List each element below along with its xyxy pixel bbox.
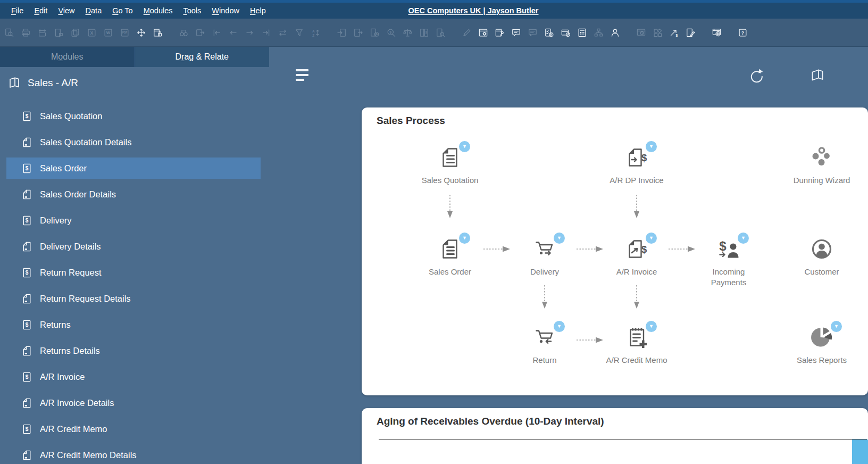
chevron-down-badge-icon[interactable]: ▼ bbox=[646, 141, 657, 152]
money-doc-icon bbox=[21, 267, 32, 278]
money-doc-icon bbox=[21, 371, 32, 383]
last-record-icon[interactable] bbox=[261, 27, 271, 38]
sidebar-item-delivery-details[interactable]: Delivery Details bbox=[0, 234, 269, 260]
org-chart-icon[interactable] bbox=[593, 27, 604, 38]
money-doc-icon bbox=[21, 163, 32, 174]
sort-icon[interactable] bbox=[310, 27, 321, 38]
aging-chart-bar bbox=[852, 440, 868, 464]
refresh-icon[interactable] bbox=[748, 68, 765, 85]
widgets-icon[interactable] bbox=[652, 27, 663, 38]
menu-edit[interactable]: Edit bbox=[32, 6, 49, 15]
checklist-alerts-icon[interactable] bbox=[544, 27, 554, 38]
sidebar-item-ar-credit-memo[interactable]: A/R Credit Memo bbox=[0, 416, 269, 442]
remarks-chat-icon[interactable] bbox=[511, 27, 521, 38]
next-record-icon[interactable] bbox=[244, 27, 255, 38]
find-in-window-icon[interactable] bbox=[178, 27, 189, 38]
sidebar-item-sales-order[interactable]: Sales Order bbox=[0, 155, 269, 181]
first-record-icon[interactable] bbox=[211, 27, 222, 38]
find-icon[interactable] bbox=[4, 27, 14, 38]
export-pdf-icon[interactable] bbox=[119, 27, 130, 38]
process-node-sales-quotation[interactable]: ▼ Sales Quotation bbox=[418, 145, 482, 186]
chevron-down-badge-icon[interactable]: ▼ bbox=[554, 321, 565, 332]
schedule-window-icon[interactable] bbox=[636, 27, 646, 38]
sidebar-item-sales-order-details[interactable]: Sales Order Details bbox=[0, 181, 269, 208]
file-manager-icon[interactable] bbox=[37, 27, 47, 38]
sidebar-item-ar-invoice-details[interactable]: A/R Invoice Details bbox=[0, 390, 269, 416]
sidebar-item-delivery[interactable]: Delivery bbox=[0, 208, 269, 234]
message-alerts-icon[interactable] bbox=[560, 27, 571, 38]
sidebar-item-returns-details[interactable]: Returns Details bbox=[0, 338, 269, 364]
payment-means-icon[interactable] bbox=[369, 27, 380, 38]
ar-dp-invoice-icon: $ ▼ bbox=[624, 145, 649, 170]
chevron-down-badge-icon[interactable]: ▼ bbox=[646, 321, 657, 332]
sidebar-item-return-request[interactable]: Return Request bbox=[0, 260, 269, 286]
customize-form-icon[interactable] bbox=[494, 27, 505, 38]
collaboration-chat-icon[interactable] bbox=[527, 27, 538, 38]
sidebar-item-sales-quotation-details[interactable]: Sales Quotation Details bbox=[0, 129, 269, 155]
chevron-down-badge-icon[interactable]: ▼ bbox=[646, 233, 657, 244]
export-excel-icon[interactable] bbox=[86, 27, 97, 38]
web-browser-icon[interactable] bbox=[711, 27, 722, 38]
duplicate-icon[interactable] bbox=[70, 27, 80, 38]
chevron-down-badge-icon[interactable]: ▼ bbox=[459, 233, 470, 244]
sidebar-item-ar-invoice[interactable]: A/R Invoice bbox=[0, 364, 269, 390]
process-node-ar-dp-invoice[interactable]: $ ▼ A/R DP Invoice bbox=[605, 145, 669, 186]
hamburger-menu-icon[interactable] bbox=[296, 69, 308, 84]
menu-window[interactable]: Window bbox=[210, 6, 241, 15]
sidebar-item-return-request-details[interactable]: Return Request Details bbox=[0, 286, 269, 312]
open-in-new-window-icon[interactable] bbox=[195, 27, 205, 38]
previous-record-icon[interactable] bbox=[228, 27, 238, 38]
menu-data[interactable]: Data bbox=[84, 6, 104, 15]
export-word-icon[interactable] bbox=[103, 27, 113, 38]
process-node-incoming-payments[interactable]: $ ▼ Incoming Payments bbox=[697, 236, 761, 287]
document-draft-icon[interactable] bbox=[685, 27, 696, 38]
chevron-down-badge-icon[interactable]: ▼ bbox=[831, 321, 842, 332]
price-lookup-icon[interactable] bbox=[386, 27, 396, 38]
details-doc-icon bbox=[21, 137, 32, 148]
menu-view[interactable]: View bbox=[56, 6, 76, 15]
my-profile-icon[interactable] bbox=[610, 27, 620, 38]
sidebar-item-sales-quotation[interactable]: Sales Quotation bbox=[0, 103, 269, 129]
process-node-customer[interactable]: Customer bbox=[790, 236, 854, 277]
menu-modules[interactable]: Modules bbox=[142, 6, 174, 15]
process-node-sales-reports[interactable]: ▼ Sales Reports bbox=[790, 325, 854, 366]
process-node-ar-credit-memo[interactable]: ▼ A/R Credit Memo bbox=[605, 325, 669, 366]
menu-help[interactable]: Help bbox=[248, 6, 268, 15]
process-node-delivery[interactable]: ▼ Delivery bbox=[513, 236, 577, 277]
filter-icon[interactable] bbox=[294, 27, 304, 38]
move-icon[interactable] bbox=[136, 27, 146, 38]
document-find-icon[interactable] bbox=[435, 27, 446, 38]
menu-file[interactable]: File bbox=[10, 6, 25, 15]
chevron-down-badge-icon[interactable]: ▼ bbox=[738, 233, 749, 244]
print-icon[interactable] bbox=[20, 27, 31, 38]
sales-reports-pie-icon: ▼ bbox=[809, 325, 834, 350]
process-node-dunning-wizard[interactable]: Dunning Wizard bbox=[790, 145, 854, 186]
cockpit-box-icon[interactable] bbox=[808, 68, 825, 85]
document-split-icon[interactable] bbox=[419, 27, 429, 38]
sales-order-document-icon: ▼ bbox=[437, 236, 463, 262]
previous-document-icon[interactable] bbox=[336, 27, 347, 38]
next-document-icon[interactable] bbox=[353, 27, 363, 38]
process-node-sales-order[interactable]: ▼ Sales Order bbox=[418, 236, 482, 277]
sidebar-item-returns[interactable]: Returns bbox=[0, 312, 269, 338]
chevron-down-badge-icon[interactable]: ▼ bbox=[459, 141, 470, 152]
process-node-return[interactable]: ▼ Return bbox=[513, 325, 577, 366]
company-user-title[interactable]: OEC Computers UK | Jayson Butler bbox=[408, 3, 539, 19]
menu-goto[interactable]: Go To bbox=[111, 6, 134, 15]
form-settings-icon[interactable] bbox=[478, 27, 488, 38]
sidebar-item-list: Sales Quotation Sales Quotation Details … bbox=[0, 103, 269, 464]
sales-analysis-icon[interactable] bbox=[669, 27, 679, 38]
chevron-down-badge-icon[interactable]: ▼ bbox=[554, 233, 565, 244]
gross-profit-icon[interactable] bbox=[402, 27, 413, 38]
lock-screen-icon[interactable] bbox=[152, 27, 163, 38]
document-remarks-icon[interactable] bbox=[53, 27, 64, 38]
tab-modules[interactable]: Modules bbox=[0, 47, 135, 67]
refresh-record-icon[interactable] bbox=[277, 27, 288, 38]
process-node-ar-invoice[interactable]: $ ▼ A/R Invoice bbox=[605, 236, 669, 277]
sidebar-item-ar-credit-memo-details[interactable]: A/R Credit Memo Details bbox=[0, 442, 269, 464]
menu-tools[interactable]: Tools bbox=[181, 6, 203, 15]
edit-mode-icon[interactable] bbox=[461, 27, 472, 38]
tab-drag-and-relate[interactable]: Drag & Relate bbox=[135, 47, 270, 67]
calculator-icon[interactable] bbox=[577, 27, 587, 38]
help-icon[interactable] bbox=[737, 27, 748, 38]
